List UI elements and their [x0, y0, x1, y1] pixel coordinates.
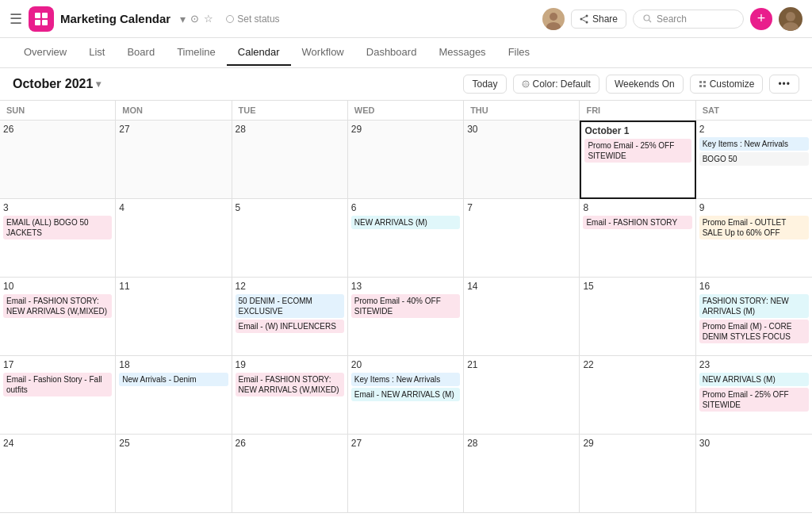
- cal-cell[interactable]: 27: [116, 121, 232, 199]
- cal-cell[interactable]: 19Email - FASHION STORY: NEW ARRIVALS (W…: [232, 356, 348, 435]
- calendar-event[interactable]: Key Items : New Arrivals: [699, 137, 809, 151]
- day-number: 17: [3, 359, 112, 370]
- dropdown-arrow[interactable]: ▾: [180, 13, 186, 25]
- calendar-event[interactable]: Promo Email - 25% OFF SITEWIDE: [584, 139, 691, 163]
- weekends-button[interactable]: Weekends On: [606, 75, 684, 94]
- calendar-event[interactable]: Email - (W) INFLUENCERS: [236, 320, 344, 333]
- day-number: 29: [351, 124, 460, 135]
- calendar-event[interactable]: NEW ARRIVALS (M): [699, 373, 809, 386]
- color-button[interactable]: Color: Default: [513, 75, 599, 94]
- cal-cell[interactable]: October 1Promo Email - 25% OFF SITEWIDE: [580, 121, 695, 199]
- calendar-event[interactable]: BOGO 50: [699, 152, 809, 166]
- nav-tab-timeline[interactable]: Timeline: [166, 40, 227, 66]
- calendar-event[interactable]: EMAIL (ALL) BOGO 50 JACKETS: [3, 216, 112, 239]
- app-icon: [29, 6, 54, 32]
- cal-cell[interactable]: 2Key Items : New ArrivalsBOGO 50: [696, 121, 812, 199]
- cal-cell[interactable]: 9Promo Email - OUTLET SALE Up to 60% OFF: [696, 199, 812, 278]
- day-number: 27: [351, 438, 460, 449]
- history-icon[interactable]: ⊙: [190, 13, 199, 25]
- svg-rect-16: [699, 81, 702, 83]
- calendar-event[interactable]: Email - NEW ARRIVALS (M): [351, 388, 460, 401]
- cal-cell[interactable]: 26: [232, 435, 348, 513]
- day-number: 10: [3, 281, 112, 292]
- nav-tab-board[interactable]: Board: [116, 40, 166, 66]
- svg-point-5: [546, 22, 561, 30]
- calendar-event[interactable]: Email - FASHION STORY: NEW ARRIVALS (W,M…: [3, 294, 112, 318]
- calendar-event[interactable]: Promo Email - 40% OFF SITEWIDE: [351, 294, 460, 318]
- calendar-event[interactable]: Promo Email - 25% OFF SITEWIDE: [699, 388, 809, 412]
- nav-tab-files[interactable]: Files: [497, 40, 541, 66]
- cal-cell[interactable]: 25: [116, 435, 232, 513]
- cal-cell[interactable]: 24: [0, 435, 116, 513]
- cal-cell[interactable]: 13Promo Email - 40% OFF SITEWIDE: [348, 278, 464, 356]
- cal-cell[interactable]: 4: [116, 199, 232, 278]
- calendar-event[interactable]: NEW ARRIVALS (M): [351, 216, 460, 229]
- cal-cell[interactable]: 8Email - FASHION STORY: [580, 199, 695, 278]
- svg-line-9: [582, 16, 585, 17]
- cal-cell[interactable]: 26: [0, 121, 116, 199]
- cal-cell[interactable]: 30: [696, 435, 812, 513]
- cal-cell[interactable]: 15: [580, 278, 695, 356]
- cal-cell[interactable]: 5: [232, 199, 348, 278]
- day-number: 4: [119, 202, 228, 213]
- cal-cell[interactable]: 21: [464, 356, 580, 435]
- nav-tab-dashboard[interactable]: Dashboard: [355, 40, 428, 66]
- calendar-event[interactable]: Email - FASHION STORY: [583, 216, 691, 229]
- nav-tab-messages[interactable]: Messages: [427, 40, 496, 66]
- calendar-event[interactable]: FASHION STORY: NEW ARRIVALS (M): [699, 294, 809, 318]
- cal-cell[interactable]: 28: [464, 435, 580, 513]
- day-number: 14: [467, 281, 576, 292]
- today-button[interactable]: Today: [463, 75, 506, 94]
- day-number: 19: [236, 359, 344, 370]
- calendar-event[interactable]: New Arrivals - Denim: [119, 373, 228, 386]
- nav-tab-list[interactable]: List: [78, 40, 116, 66]
- october-1-label: October 1: [584, 125, 691, 136]
- cal-cell[interactable]: 29: [348, 121, 464, 199]
- month-chevron: ▾: [96, 79, 101, 90]
- day-number: 27: [119, 124, 228, 135]
- cal-cell[interactable]: 1250 DENIM - ECOMM EXCLUSIVEEmail - (W) …: [232, 278, 348, 356]
- cal-cell[interactable]: 10Email - FASHION STORY: NEW ARRIVALS (W…: [0, 278, 116, 356]
- cal-cell[interactable]: 30: [464, 121, 580, 199]
- calendar-event[interactable]: Email - FASHION STORY: NEW ARRIVALS (W,M…: [236, 373, 344, 396]
- menu-icon[interactable]: ☰: [10, 10, 22, 28]
- set-status[interactable]: Set status: [226, 13, 279, 25]
- svg-point-11: [644, 15, 649, 21]
- cal-cell[interactable]: 17Email - Fashion Story - Fall outfits: [0, 356, 116, 435]
- cal-cell[interactable]: 29: [580, 435, 695, 513]
- cal-cell[interactable]: 6NEW ARRIVALS (M): [348, 199, 464, 278]
- cal-cell[interactable]: 3EMAIL (ALL) BOGO 50 JACKETS: [0, 199, 116, 278]
- cal-cell[interactable]: 27: [348, 435, 464, 513]
- cal-cell[interactable]: 16FASHION STORY: NEW ARRIVALS (M)Promo E…: [696, 278, 812, 356]
- calendar-event[interactable]: Email - Fashion Story - Fall outfits: [3, 373, 112, 396]
- svg-rect-18: [699, 85, 702, 87]
- star-icon[interactable]: ☆: [204, 13, 213, 25]
- cal-cell[interactable]: 11: [116, 278, 232, 356]
- calendar-event[interactable]: Key Items : New Arrivals: [351, 373, 460, 386]
- svg-rect-19: [703, 85, 706, 87]
- customize-button[interactable]: Customize: [690, 75, 764, 94]
- cal-cell[interactable]: 20Key Items : New ArrivalsEmail - NEW AR…: [348, 356, 464, 435]
- day-number: 8: [583, 202, 691, 213]
- calendar-event[interactable]: Promo Email - OUTLET SALE Up to 60% OFF: [699, 216, 809, 239]
- cal-cell[interactable]: 14: [464, 278, 580, 356]
- cal-cell[interactable]: 22: [580, 356, 695, 435]
- cal-cell[interactable]: 23NEW ARRIVALS (M)Promo Email - 25% OFF …: [696, 356, 812, 435]
- day-number: 13: [351, 281, 460, 292]
- search-box[interactable]: Search: [633, 10, 744, 29]
- calendar-event[interactable]: 50 DENIM - ECOMM EXCLUSIVE: [236, 294, 344, 318]
- day-number: 25: [119, 438, 228, 449]
- add-button[interactable]: +: [750, 8, 772, 30]
- cal-cell[interactable]: 18New Arrivals - Denim: [116, 356, 232, 435]
- calendar-event[interactable]: Promo Email (M) - CORE DENIM STYLES FOCU…: [699, 320, 809, 343]
- nav-tab-overview[interactable]: Overview: [13, 40, 78, 66]
- more-options-button[interactable]: •••: [769, 75, 799, 94]
- month-year-title[interactable]: October 2021 ▾: [13, 77, 101, 91]
- day-number: 2: [699, 124, 809, 135]
- nav-tab-workflow[interactable]: Workflow: [291, 40, 355, 66]
- share-button[interactable]: Share: [571, 10, 626, 29]
- nav-tab-calendar[interactable]: Calendar: [227, 40, 291, 66]
- top-bar: ☰ Marketing Calendar ▾ ⊙ ☆ Set status Sh…: [0, 0, 812, 38]
- cal-cell[interactable]: 28: [232, 121, 348, 199]
- cal-cell[interactable]: 7: [464, 199, 580, 278]
